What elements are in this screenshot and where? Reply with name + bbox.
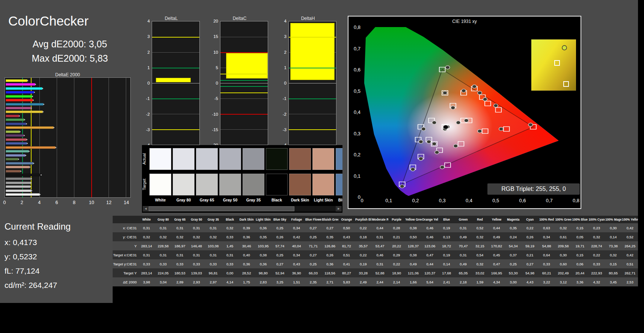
reading-fl: fL: 77,124 <box>5 264 71 278</box>
grid-line <box>220 37 268 37</box>
table-row-target-y: Target Y283,14224,05180,53139,0396,810,0… <box>113 268 638 277</box>
cell: 80,27 <box>338 268 355 277</box>
cell: 0,51 <box>621 259 638 268</box>
table-row-target-y-cie31: Target y:CIE310,330,330,330,330,330,330,… <box>113 259 638 268</box>
grid-line <box>152 114 199 114</box>
cell: 0,31 <box>188 250 205 259</box>
x-tick-label: 2 <box>21 200 23 205</box>
bar-row <box>6 118 130 122</box>
cell: 81,72 <box>338 241 355 250</box>
cell: 5,83 <box>338 277 355 286</box>
y-tick-label: 3 <box>148 34 150 39</box>
cell: 0,46 <box>371 250 388 259</box>
deltae2000-x-axis: 02468101214 <box>5 200 131 207</box>
cell: 0,15 <box>572 223 588 232</box>
cell: 128,37 <box>405 241 421 250</box>
scroll-right-icon[interactable]: ► <box>336 206 342 212</box>
cell: 283,14 <box>138 268 155 277</box>
reference-line <box>220 114 268 115</box>
column-header-purplish-blue: Purplish Blue <box>355 216 371 223</box>
cell: 54,34 <box>505 241 522 250</box>
y-tick-label: 1 <box>148 65 150 70</box>
cell: 0,44 <box>422 259 438 268</box>
patch-name-label: Gray 65 <box>196 198 218 202</box>
cell: 2,44 <box>371 277 388 286</box>
patch-strip-scrollbar[interactable]: ◄ ► <box>143 206 342 212</box>
reference-line <box>152 68 199 68</box>
cell: 0,32 <box>155 232 171 241</box>
cell: 0,32 <box>188 232 205 241</box>
patch-name-label: White <box>149 198 171 202</box>
cell: 0,27 <box>522 259 538 268</box>
y-tick-label: 0,1 <box>354 173 360 179</box>
cell: 52,94 <box>271 268 288 277</box>
x-tick-label: 0,6 <box>519 198 526 203</box>
deltae2000-bars <box>6 79 130 197</box>
cell: 32,15 <box>472 241 488 250</box>
scrollbar-track[interactable] <box>149 206 336 212</box>
deltae-bar-100-magenta <box>6 83 35 86</box>
bar-row <box>6 102 130 106</box>
deltae2000-chart: DeltaE 2000 02468101214 <box>4 72 131 207</box>
deltah-y-axis: 43210-1-2-3-4 <box>279 21 288 145</box>
cell: 0,15 <box>605 259 621 268</box>
cell: 0,26 <box>321 250 338 259</box>
reference-line <box>220 86 268 87</box>
reference-line <box>152 129 199 130</box>
scroll-left-icon[interactable]: ◄ <box>143 206 149 212</box>
scrollbar-thumb[interactable] <box>149 206 294 211</box>
column-header-foliage: Foliage <box>288 216 305 223</box>
deltae-bar-cyan <box>6 103 44 106</box>
cell: 0,21 <box>522 250 538 259</box>
cell: 35,57 <box>355 241 371 250</box>
y-tick-label: 4 <box>284 19 287 23</box>
cell: 0,36 <box>255 223 271 232</box>
cell: 0,23 <box>588 223 605 232</box>
x-tick-label: 0,3 <box>439 198 446 203</box>
cell: 3,04 <box>155 277 171 286</box>
cell: 0,31 <box>138 250 155 259</box>
patch-target-gray-50 <box>219 174 241 195</box>
cell: 0,14 <box>438 259 455 268</box>
x-tick-label: 0 <box>3 200 6 205</box>
deltae-bar-gray-80 <box>6 189 32 192</box>
x-tick-label: 10 <box>89 200 94 205</box>
y-tick-label: 0,6 <box>354 67 360 73</box>
y-tick-label: -15 <box>212 127 218 132</box>
cell: 103,08 <box>205 241 222 250</box>
cell: 222,93 <box>588 268 605 277</box>
cell: 0,45 <box>488 250 505 259</box>
cell: 0,13 <box>438 232 455 241</box>
x-tick-label: 0,7 <box>546 198 553 203</box>
y-tick-label: 1 <box>284 65 287 70</box>
right-scrollbar-strip[interactable] <box>638 0 644 333</box>
deltae-bar-purplish-blue <box>6 142 27 145</box>
y-tick-label: -3 <box>283 127 287 132</box>
column-header-blue: Blue <box>438 216 455 223</box>
cell: 2,18 <box>455 277 471 286</box>
column-header-moderate-red: Moderate Red <box>371 216 388 223</box>
deltac-y-axis: 20151050-5-10-15-20 <box>210 21 219 145</box>
cell: 20,44 <box>572 268 588 277</box>
column-header-gray-80: Gray 80 <box>155 216 171 223</box>
deltae-bar-gray-35 <box>6 177 31 180</box>
cell: 0,50 <box>405 232 421 241</box>
actual-row-label: Actual <box>142 148 149 170</box>
deltaC-range-bar <box>226 53 268 78</box>
cie-measured-marker <box>440 165 444 169</box>
deltae-bar-100-blue <box>6 91 34 94</box>
x-tick-label: 0,1 <box>385 198 392 203</box>
cell: 0,34 <box>538 232 555 241</box>
x-tick-label: 8 <box>73 200 75 205</box>
y-tick-label: 0,5 <box>354 88 360 94</box>
cie-measured-marker <box>427 140 431 144</box>
bar-row <box>6 114 130 118</box>
cell: 0,26 <box>522 232 538 241</box>
table-row-target-x-cie31: Target x:CIE310,310,310,310,310,310,310,… <box>113 250 638 259</box>
rgb-triplet-readout: RGB Triplet: 255, 255, 0 <box>487 183 580 195</box>
cell: 17,68 <box>438 268 455 277</box>
column-header-100-cyan: 100% Cyan <box>588 216 605 223</box>
cell: 0,63 <box>538 223 555 232</box>
cell: 0,31 <box>138 223 155 232</box>
cell: 123,06 <box>422 241 438 250</box>
